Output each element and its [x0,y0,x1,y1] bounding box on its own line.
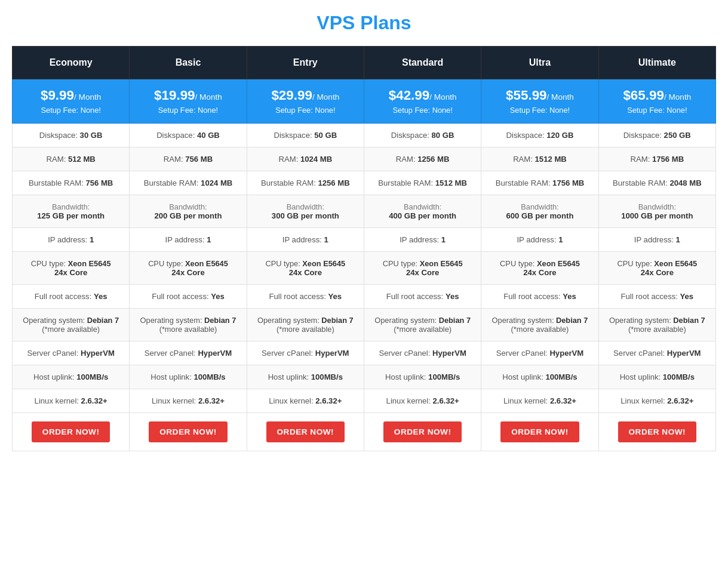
feature-row-diskspace: Diskspace: 30 GBDiskspace: 40 GBDiskspac… [13,124,716,147]
feature-cell-ip-ultimate: IP address: 1 [598,228,715,252]
feature-cell-ram-economy: RAM: 512 MB [13,147,130,171]
feature-cell-os-entry: Operating system: Debian 7(*more availab… [247,309,364,341]
feature-row-ram: RAM: 512 MBRAM: 756 MBRAM: 1024 MBRAM: 1… [13,147,716,171]
feature-cell-uplink-entry: Host uplink: 100MB/s [247,365,364,389]
feature-cell-ip-standard: IP address: 1 [364,228,481,252]
feature-row-root_access: Full root access: YesFull root access: Y… [13,285,716,309]
feature-cell-burstable_ram-ultimate: Burstable RAM: 2048 MB [598,171,715,195]
feature-cell-burstable_ram-economy: Burstable RAM: 756 MB [13,171,130,195]
feature-cell-ip-basic: IP address: 1 [130,228,247,252]
feature-cell-bandwidth-basic: Bandwidth:200 GB per month [130,195,247,228]
feature-cell-cpanel-ultimate: Server cPanel: HyperVM [598,341,715,365]
order-cell-ultimate: ORDER NOW! [598,413,715,451]
feature-cell-os-standard: Operating system: Debian 7(*more availab… [364,309,481,341]
feature-cell-burstable_ram-entry: Burstable RAM: 1256 MB [247,171,364,195]
plans-header-row: EconomyBasicEntryStandardUltraUltimate [13,47,716,79]
plans-table: EconomyBasicEntryStandardUltraUltimate $… [12,46,716,451]
feature-cell-diskspace-standard: Diskspace: 80 GB [364,124,481,147]
feature-cell-root_access-basic: Full root access: Yes [130,285,247,309]
feature-cell-burstable_ram-ultra: Burstable RAM: 1756 MB [481,171,598,195]
feature-cell-kernel-entry: Linux kernel: 2.6.32+ [247,389,364,413]
feature-row-kernel: Linux kernel: 2.6.32+Linux kernel: 2.6.3… [13,389,716,413]
feature-cell-diskspace-economy: Diskspace: 30 GB [13,124,130,147]
feature-cell-uplink-ultra: Host uplink: 100MB/s [481,365,598,389]
column-header-ultimate: Ultimate [598,47,715,79]
feature-cell-cpanel-ultra: Server cPanel: HyperVM [481,341,598,365]
feature-cell-cpanel-standard: Server cPanel: HyperVM [364,341,481,365]
feature-cell-uplink-standard: Host uplink: 100MB/s [364,365,481,389]
feature-cell-bandwidth-ultimate: Bandwidth:1000 GB per month [598,195,715,228]
column-header-economy: Economy [13,47,130,79]
price-cell-entry: $29.99/ MonthSetup Fee: None! [247,79,364,124]
feature-cell-kernel-economy: Linux kernel: 2.6.32+ [13,389,130,413]
order-button-economy[interactable]: ORDER NOW! [32,421,110,442]
feature-cell-os-economy: Operating system: Debian 7(*more availab… [13,309,130,341]
order-button-basic[interactable]: ORDER NOW! [149,421,228,442]
feature-cell-os-ultimate: Operating system: Debian 7(*more availab… [598,309,715,341]
feature-cell-cpu-basic: CPU type: Xeon E564524x Core [130,252,247,285]
feature-cell-diskspace-ultra: Diskspace: 120 GB [481,124,598,147]
feature-cell-ip-entry: IP address: 1 [247,228,364,252]
feature-cell-ram-standard: RAM: 1256 MB [364,147,481,171]
feature-cell-kernel-ultra: Linux kernel: 2.6.32+ [481,389,598,413]
feature-cell-diskspace-basic: Diskspace: 40 GB [130,124,247,147]
feature-cell-burstable_ram-basic: Burstable RAM: 1024 MB [130,171,247,195]
feature-cell-ram-ultra: RAM: 1512 MB [481,147,598,171]
feature-cell-bandwidth-entry: Bandwidth:300 GB per month [247,195,364,228]
feature-cell-cpanel-basic: Server cPanel: HyperVM [130,341,247,365]
feature-cell-root_access-standard: Full root access: Yes [364,285,481,309]
order-button-standard[interactable]: ORDER NOW! [383,421,462,442]
feature-cell-diskspace-entry: Diskspace: 50 GB [247,124,364,147]
order-button-ultra[interactable]: ORDER NOW! [500,421,579,442]
order-cell-standard: ORDER NOW! [364,413,481,451]
feature-row-bandwidth: Bandwidth:125 GB per monthBandwidth:200 … [13,195,716,228]
feature-row-cpanel: Server cPanel: HyperVMServer cPanel: Hyp… [13,341,716,365]
feature-cell-bandwidth-ultra: Bandwidth:600 GB per month [481,195,598,228]
order-cell-entry: ORDER NOW! [247,413,364,451]
page-title: VPS Plans [12,12,716,34]
feature-cell-kernel-standard: Linux kernel: 2.6.32+ [364,389,481,413]
price-cell-ultra: $55.99/ MonthSetup Fee: None! [481,79,598,124]
feature-cell-ram-entry: RAM: 1024 MB [247,147,364,171]
price-cell-standard: $42.99/ MonthSetup Fee: None! [364,79,481,124]
feature-cell-ram-basic: RAM: 756 MB [130,147,247,171]
feature-cell-root_access-ultra: Full root access: Yes [481,285,598,309]
feature-cell-os-basic: Operating system: Debian 7(*more availab… [130,309,247,341]
feature-cell-root_access-ultimate: Full root access: Yes [598,285,715,309]
order-cell-basic: ORDER NOW! [130,413,247,451]
order-cell-economy: ORDER NOW! [13,413,130,451]
feature-row-os: Operating system: Debian 7(*more availab… [13,309,716,341]
feature-cell-bandwidth-standard: Bandwidth:400 GB per month [364,195,481,228]
order-cell-ultra: ORDER NOW! [481,413,598,451]
feature-cell-kernel-ultimate: Linux kernel: 2.6.32+ [598,389,715,413]
feature-cell-cpu-standard: CPU type: Xeon E564524x Core [364,252,481,285]
feature-cell-cpu-ultra: CPU type: Xeon E564524x Core [481,252,598,285]
feature-cell-diskspace-ultimate: Diskspace: 250 GB [598,124,715,147]
feature-row-uplink: Host uplink: 100MB/sHost uplink: 100MB/s… [13,365,716,389]
feature-cell-cpu-ultimate: CPU type: Xeon E564524x Core [598,252,715,285]
feature-cell-root_access-economy: Full root access: Yes [13,285,130,309]
feature-cell-uplink-basic: Host uplink: 100MB/s [130,365,247,389]
column-header-ultra: Ultra [481,47,598,79]
order-row: ORDER NOW!ORDER NOW!ORDER NOW!ORDER NOW!… [13,413,716,451]
order-button-ultimate[interactable]: ORDER NOW! [618,421,697,442]
feature-cell-cpanel-economy: Server cPanel: HyperVM [13,341,130,365]
feature-cell-ram-ultimate: RAM: 1756 MB [598,147,715,171]
order-button-entry[interactable]: ORDER NOW! [266,421,345,442]
feature-cell-uplink-economy: Host uplink: 100MB/s [13,365,130,389]
column-header-basic: Basic [130,47,247,79]
feature-cell-cpu-economy: CPU type: Xeon E564524x Core [13,252,130,285]
feature-cell-uplink-ultimate: Host uplink: 100MB/s [598,365,715,389]
feature-cell-ip-economy: IP address: 1 [13,228,130,252]
price-cell-economy: $9.99/ MonthSetup Fee: None! [13,79,130,124]
feature-row-cpu: CPU type: Xeon E564524x CoreCPU type: Xe… [13,252,716,285]
price-cell-ultimate: $65.99/ MonthSetup Fee: None! [598,79,715,124]
feature-cell-ip-ultra: IP address: 1 [481,228,598,252]
feature-row-burstable_ram: Burstable RAM: 756 MBBurstable RAM: 1024… [13,171,716,195]
feature-cell-kernel-basic: Linux kernel: 2.6.32+ [130,389,247,413]
feature-row-ip: IP address: 1IP address: 1IP address: 1I… [13,228,716,252]
feature-cell-bandwidth-economy: Bandwidth:125 GB per month [13,195,130,228]
feature-cell-cpu-entry: CPU type: Xeon E564524x Core [247,252,364,285]
feature-cell-root_access-entry: Full root access: Yes [247,285,364,309]
column-header-standard: Standard [364,47,481,79]
